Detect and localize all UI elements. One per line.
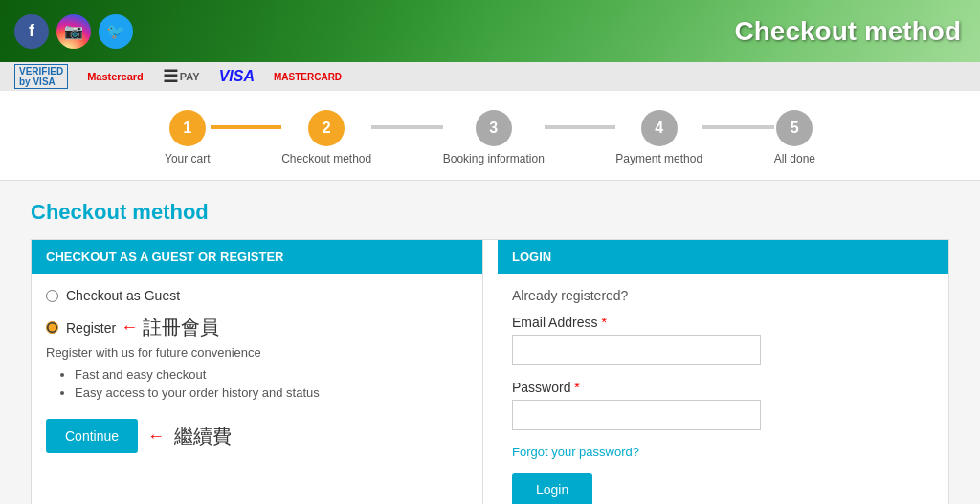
payment-logos-bar: VERIFIEDby VISA Mastercard ☰PAY VISA MAS… — [0, 62, 980, 91]
continue-arrow-icon: ← — [147, 427, 165, 447]
page-header-title: Checkout method — [735, 16, 961, 47]
right-panel: LOGIN Already registered? Email Address … — [498, 240, 948, 504]
continue-button[interactable]: Continue — [46, 419, 138, 453]
step-3-circle: 3 — [476, 110, 512, 146]
step-5-circle: 5 — [776, 110, 813, 146]
mastercard-logo2: MASTERCARD — [274, 72, 342, 82]
guest-label: Checkout as Guest — [66, 288, 180, 303]
left-panel-header: CHECKOUT AS A GUEST OR REGISTER — [32, 240, 482, 274]
mastercard-logo: Mastercard — [87, 71, 144, 82]
step-1-label: Your cart — [165, 152, 211, 165]
email-form-group: Email Address * — [512, 315, 934, 365]
page-header: f 📷 🐦 Checkout method — [0, 0, 980, 62]
step-2: 2 Checkout method — [281, 110, 371, 165]
visa-logo: VISA — [219, 68, 255, 85]
step-line-2 — [371, 125, 443, 129]
email-input[interactable] — [512, 335, 761, 365]
verified-logo: VERIFIEDby VISA — [14, 64, 68, 89]
password-input[interactable] — [512, 400, 761, 430]
continue-chinese-text: 繼續費 — [174, 424, 232, 449]
guest-radio[interactable] — [46, 290, 58, 302]
benefit-item-1: Fast and easy checkout — [75, 367, 468, 382]
step-2-label: Checkout method — [281, 152, 371, 165]
instagram-icon[interactable]: 📷 — [56, 14, 91, 49]
register-chinese-text: 註冊會員 — [143, 315, 219, 340]
password-form-group: Password * — [512, 380, 934, 430]
register-label: Register — [66, 320, 116, 336]
guest-option[interactable]: Checkout as Guest — [46, 288, 468, 303]
checkout-stepper: 1 Your cart 2 Checkout method 3 Booking … — [0, 91, 980, 181]
already-registered-text: Already registered? — [512, 288, 934, 303]
benefit-item-2: Easy access to your order history and st… — [75, 385, 468, 400]
twitter-icon[interactable]: 🐦 — [99, 14, 133, 49]
left-panel: CHECKOUT AS A GUEST OR REGISTER Checkout… — [32, 240, 483, 504]
step-3-label: Booking information — [443, 152, 545, 165]
register-radio[interactable] — [46, 321, 58, 334]
right-panel-body: Already registered? Email Address * Pass… — [498, 274, 948, 504]
step-4: 4 Payment method — [615, 110, 702, 165]
step-line-1 — [211, 125, 282, 129]
step-1-circle: 1 — [169, 110, 206, 146]
step-5: 5 All done — [774, 110, 815, 165]
benefit-text: Register with us for future convenience — [46, 345, 468, 360]
step-1: 1 Your cart — [165, 110, 211, 165]
page-title: Checkout method — [31, 200, 949, 225]
pay-logo: ☰PAY — [163, 66, 200, 87]
register-row: Register ← 註冊會員 — [46, 315, 468, 340]
register-option[interactable]: Register — [46, 320, 116, 336]
email-required-star: * — [601, 315, 606, 330]
step-2-circle: 2 — [308, 110, 345, 146]
continue-row: Continue ← 繼續費 — [46, 419, 468, 453]
step-3: 3 Booking information — [443, 110, 545, 165]
benefit-list: Fast and easy checkout Easy access to yo… — [46, 367, 468, 400]
step-line-4 — [702, 125, 774, 129]
social-icons: f 📷 🐦 — [14, 14, 133, 49]
forgot-password-link[interactable]: Forgot your password? — [512, 445, 934, 459]
facebook-icon[interactable]: f — [14, 14, 49, 49]
step-5-label: All done — [774, 152, 815, 165]
step-line-3 — [545, 125, 616, 129]
step-4-circle: 4 — [641, 110, 678, 146]
password-label: Password * — [512, 380, 934, 395]
checkout-grid: CHECKOUT AS A GUEST OR REGISTER Checkout… — [31, 239, 949, 504]
main-content: Checkout method CHECKOUT AS A GUEST OR R… — [11, 200, 969, 504]
login-button[interactable]: Login — [512, 473, 592, 504]
step-4-label: Payment method — [615, 152, 702, 165]
right-panel-header: LOGIN — [498, 240, 948, 274]
email-label: Email Address * — [512, 315, 934, 330]
password-required-star: * — [574, 380, 579, 395]
left-panel-body: Checkout as Guest Register ← 註冊會員 Regist… — [32, 274, 482, 468]
register-arrow-icon: ← — [121, 318, 138, 338]
